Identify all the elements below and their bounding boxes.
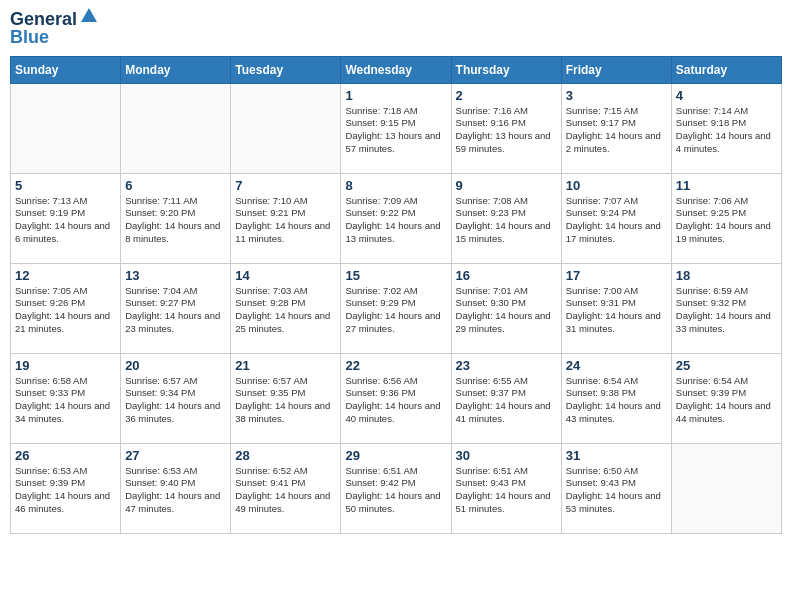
cell-text-line: Sunrise: 6:56 AM: [345, 375, 446, 388]
cell-text-line: Daylight: 14 hours and 31 minutes.: [566, 310, 667, 336]
cell-text-line: Sunrise: 7:07 AM: [566, 195, 667, 208]
calendar-cell: 4Sunrise: 7:14 AMSunset: 9:18 PMDaylight…: [671, 83, 781, 173]
cell-text-line: Sunrise: 6:53 AM: [125, 465, 226, 478]
cell-text-line: Sunrise: 7:02 AM: [345, 285, 446, 298]
calendar-cell: [231, 83, 341, 173]
day-number: 23: [456, 358, 557, 373]
cell-text-line: Daylight: 14 hours and 47 minutes.: [125, 490, 226, 516]
cell-text-line: Sunrise: 7:16 AM: [456, 105, 557, 118]
calendar-cell: 15Sunrise: 7:02 AMSunset: 9:29 PMDayligh…: [341, 263, 451, 353]
cell-text-line: Sunset: 9:16 PM: [456, 117, 557, 130]
cell-text-line: Sunset: 9:22 PM: [345, 207, 446, 220]
cell-text-line: Sunset: 9:41 PM: [235, 477, 336, 490]
cell-text-line: Daylight: 14 hours and 27 minutes.: [345, 310, 446, 336]
cell-text-line: Sunset: 9:28 PM: [235, 297, 336, 310]
cell-text-line: Daylight: 14 hours and 51 minutes.: [456, 490, 557, 516]
calendar-cell: 3Sunrise: 7:15 AMSunset: 9:17 PMDaylight…: [561, 83, 671, 173]
cell-text-line: Sunrise: 7:11 AM: [125, 195, 226, 208]
calendar-cell: 20Sunrise: 6:57 AMSunset: 9:34 PMDayligh…: [121, 353, 231, 443]
cell-text-line: Daylight: 14 hours and 2 minutes.: [566, 130, 667, 156]
calendar-cell: 16Sunrise: 7:01 AMSunset: 9:30 PMDayligh…: [451, 263, 561, 353]
cell-text-line: Daylight: 14 hours and 15 minutes.: [456, 220, 557, 246]
day-number: 10: [566, 178, 667, 193]
cell-text-line: Sunrise: 6:57 AM: [125, 375, 226, 388]
calendar-week-row: 1Sunrise: 7:18 AMSunset: 9:15 PMDaylight…: [11, 83, 782, 173]
cell-text-line: Daylight: 14 hours and 19 minutes.: [676, 220, 777, 246]
cell-text-line: Sunrise: 7:18 AM: [345, 105, 446, 118]
cell-text-line: Sunset: 9:42 PM: [345, 477, 446, 490]
day-number: 25: [676, 358, 777, 373]
cell-text-line: Sunset: 9:43 PM: [566, 477, 667, 490]
day-number: 20: [125, 358, 226, 373]
cell-text-line: Sunrise: 7:09 AM: [345, 195, 446, 208]
calendar-cell: 18Sunrise: 6:59 AMSunset: 9:32 PMDayligh…: [671, 263, 781, 353]
day-number: 12: [15, 268, 116, 283]
calendar-cell: 23Sunrise: 6:55 AMSunset: 9:37 PMDayligh…: [451, 353, 561, 443]
day-number: 24: [566, 358, 667, 373]
day-number: 15: [345, 268, 446, 283]
cell-text-line: Sunrise: 7:01 AM: [456, 285, 557, 298]
day-number: 6: [125, 178, 226, 193]
calendar-cell: 19Sunrise: 6:58 AMSunset: 9:33 PMDayligh…: [11, 353, 121, 443]
calendar-cell: [671, 443, 781, 533]
calendar-cell: 8Sunrise: 7:09 AMSunset: 9:22 PMDaylight…: [341, 173, 451, 263]
calendar-cell: 6Sunrise: 7:11 AMSunset: 9:20 PMDaylight…: [121, 173, 231, 263]
calendar-cell: 10Sunrise: 7:07 AMSunset: 9:24 PMDayligh…: [561, 173, 671, 263]
cell-text-line: Daylight: 14 hours and 23 minutes.: [125, 310, 226, 336]
calendar-cell: 25Sunrise: 6:54 AMSunset: 9:39 PMDayligh…: [671, 353, 781, 443]
cell-text-line: Daylight: 14 hours and 11 minutes.: [235, 220, 336, 246]
cell-text-line: Daylight: 14 hours and 8 minutes.: [125, 220, 226, 246]
cell-text-line: Sunset: 9:37 PM: [456, 387, 557, 400]
calendar-week-row: 5Sunrise: 7:13 AMSunset: 9:19 PMDaylight…: [11, 173, 782, 263]
cell-text-line: Sunset: 9:32 PM: [676, 297, 777, 310]
cell-text-line: Sunset: 9:43 PM: [456, 477, 557, 490]
cell-text-line: Daylight: 14 hours and 50 minutes.: [345, 490, 446, 516]
logo: General Blue: [10, 10, 99, 48]
day-number: 2: [456, 88, 557, 103]
page-header: General Blue: [10, 10, 782, 48]
cell-text-line: Sunset: 9:40 PM: [125, 477, 226, 490]
cell-text-line: Sunrise: 6:55 AM: [456, 375, 557, 388]
cell-text-line: Daylight: 13 hours and 57 minutes.: [345, 130, 446, 156]
cell-text-line: Sunset: 9:19 PM: [15, 207, 116, 220]
day-header-thursday: Thursday: [451, 56, 561, 83]
day-number: 9: [456, 178, 557, 193]
day-number: 21: [235, 358, 336, 373]
cell-text-line: Sunrise: 7:08 AM: [456, 195, 557, 208]
cell-text-line: Sunset: 9:30 PM: [456, 297, 557, 310]
calendar-cell: 7Sunrise: 7:10 AMSunset: 9:21 PMDaylight…: [231, 173, 341, 263]
cell-text-line: Sunset: 9:38 PM: [566, 387, 667, 400]
day-header-wednesday: Wednesday: [341, 56, 451, 83]
cell-text-line: Daylight: 14 hours and 4 minutes.: [676, 130, 777, 156]
cell-text-line: Sunset: 9:18 PM: [676, 117, 777, 130]
day-header-tuesday: Tuesday: [231, 56, 341, 83]
cell-text-line: Daylight: 14 hours and 25 minutes.: [235, 310, 336, 336]
day-number: 19: [15, 358, 116, 373]
calendar-cell: 30Sunrise: 6:51 AMSunset: 9:43 PMDayligh…: [451, 443, 561, 533]
cell-text-line: Sunset: 9:24 PM: [566, 207, 667, 220]
cell-text-line: Sunrise: 7:04 AM: [125, 285, 226, 298]
cell-text-line: Daylight: 14 hours and 6 minutes.: [15, 220, 116, 246]
cell-text-line: Daylight: 14 hours and 36 minutes.: [125, 400, 226, 426]
cell-text-line: Sunrise: 7:10 AM: [235, 195, 336, 208]
calendar-cell: 13Sunrise: 7:04 AMSunset: 9:27 PMDayligh…: [121, 263, 231, 353]
calendar-cell: 2Sunrise: 7:16 AMSunset: 9:16 PMDaylight…: [451, 83, 561, 173]
day-number: 31: [566, 448, 667, 463]
calendar-cell: [11, 83, 121, 173]
calendar-cell: 28Sunrise: 6:52 AMSunset: 9:41 PMDayligh…: [231, 443, 341, 533]
calendar-cell: 27Sunrise: 6:53 AMSunset: 9:40 PMDayligh…: [121, 443, 231, 533]
day-number: 18: [676, 268, 777, 283]
cell-text-line: Daylight: 14 hours and 44 minutes.: [676, 400, 777, 426]
calendar-cell: 22Sunrise: 6:56 AMSunset: 9:36 PMDayligh…: [341, 353, 451, 443]
cell-text-line: Sunrise: 6:53 AM: [15, 465, 116, 478]
cell-text-line: Daylight: 14 hours and 34 minutes.: [15, 400, 116, 426]
cell-text-line: Daylight: 14 hours and 21 minutes.: [15, 310, 116, 336]
day-number: 13: [125, 268, 226, 283]
calendar-table: SundayMondayTuesdayWednesdayThursdayFrid…: [10, 56, 782, 534]
day-number: 28: [235, 448, 336, 463]
cell-text-line: Sunrise: 6:52 AM: [235, 465, 336, 478]
calendar-cell: 1Sunrise: 7:18 AMSunset: 9:15 PMDaylight…: [341, 83, 451, 173]
cell-text-line: Sunset: 9:39 PM: [676, 387, 777, 400]
cell-text-line: Sunrise: 6:54 AM: [566, 375, 667, 388]
calendar-cell: 11Sunrise: 7:06 AMSunset: 9:25 PMDayligh…: [671, 173, 781, 263]
